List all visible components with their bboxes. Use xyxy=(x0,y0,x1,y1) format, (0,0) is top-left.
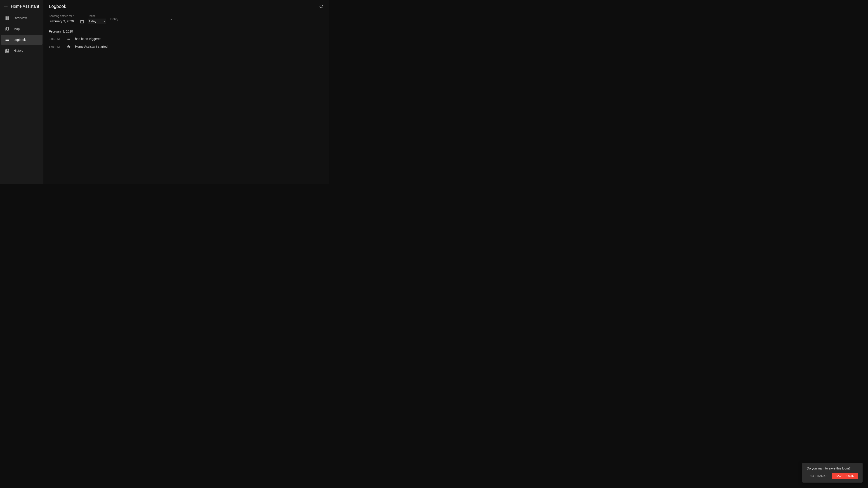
sidebar-item-history[interactable]: History xyxy=(1,46,42,56)
sidebar-item-map[interactable]: Map xyxy=(1,24,42,34)
sidebar: Home Assistant Overview Map Logbook xyxy=(0,0,43,184)
sidebar-header: Home Assistant xyxy=(0,0,43,13)
sidebar-item-overview-label: Overview xyxy=(13,16,27,20)
sidebar-nav: Overview Map Logbook History xyxy=(0,13,43,184)
log-entry-text: Home Assistant started xyxy=(75,45,107,48)
date-input[interactable] xyxy=(49,19,78,24)
sidebar-item-map-label: Map xyxy=(13,27,20,31)
period-select[interactable]: 1 day 3 days 1 week 1 month xyxy=(88,19,106,24)
log-entry: 5:06 PM Home Assistant started xyxy=(49,43,324,51)
filter-row: Showing entries for * Period 1 day 3 day… xyxy=(43,13,329,28)
page-title: Logbook xyxy=(49,4,66,9)
entity-select-wrapper: ▾ xyxy=(110,17,173,22)
date-section-label: February 3, 2020 xyxy=(49,30,73,33)
log-entry-text: has been triggered xyxy=(75,37,101,41)
period-select-wrapper: 1 day 3 days 1 week 1 month ▾ xyxy=(88,19,106,24)
showing-entries-label: Showing entries for * xyxy=(49,14,84,18)
period-filter-group: Period 1 day 3 days 1 week 1 month ▾ xyxy=(88,14,106,24)
date-filter-group: Showing entries for * xyxy=(49,14,84,24)
date-input-row xyxy=(49,19,84,24)
sidebar-item-history-label: History xyxy=(13,49,24,53)
log-entry-time: 5:06 PM xyxy=(49,45,62,48)
period-label: Period xyxy=(88,14,106,18)
main-header: Logbook xyxy=(43,0,329,13)
calendar-icon[interactable] xyxy=(80,20,84,24)
sidebar-item-logbook-label: Logbook xyxy=(13,38,26,41)
log-entry: 5:06 PM has been triggered xyxy=(49,35,324,43)
map-icon xyxy=(4,27,10,31)
log-entry-time: 5:06 PM xyxy=(49,37,62,41)
logbook-icon xyxy=(4,37,10,42)
log-entries: 5:06 PM has been triggered 5:06 PM Home … xyxy=(43,34,329,51)
home-icon xyxy=(66,44,71,48)
sidebar-title: Home Assistant xyxy=(11,4,39,9)
date-section: February 3, 2020 xyxy=(43,28,329,34)
menu-icon[interactable] xyxy=(4,4,8,9)
main-content: Logbook Showing entries for * Period 1 d… xyxy=(43,0,329,184)
trigger-icon xyxy=(66,37,71,41)
refresh-icon[interactable] xyxy=(319,4,324,9)
entity-input[interactable] xyxy=(110,17,173,22)
sidebar-item-logbook[interactable]: Logbook xyxy=(1,35,42,45)
grid-icon xyxy=(4,16,10,20)
history-icon xyxy=(4,48,10,53)
sidebar-item-overview[interactable]: Overview xyxy=(1,13,42,23)
